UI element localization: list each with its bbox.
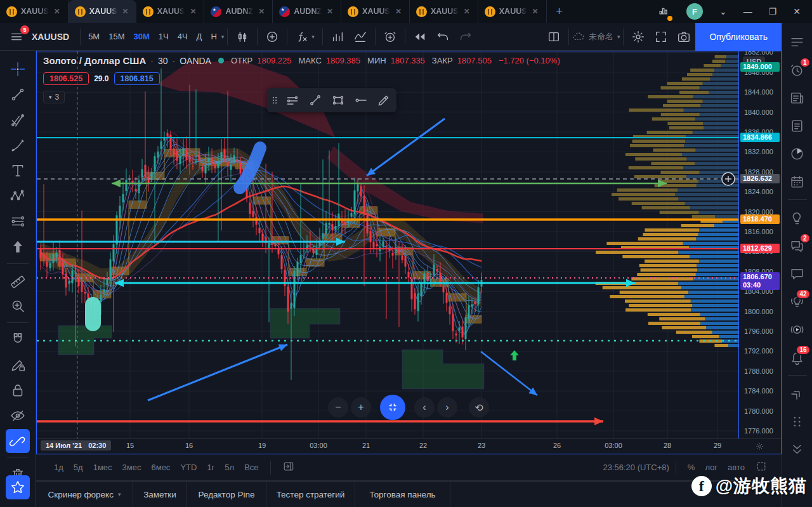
new-tab-button[interactable]: + [547,0,572,23]
chart-stats-icon[interactable] [657,4,670,19]
scroll-left-button[interactable]: ‹ [414,397,435,418]
bell-icon[interactable]: 16 [785,343,809,371]
window-tab-xauus-0[interactable]: XAUUS✕ [0,0,69,23]
favorites-star-button[interactable] [6,475,30,499]
layout-name[interactable]: 未命名▾ [572,30,620,43]
scroll-right-button[interactable]: › [437,397,457,418]
calendar-icon[interactable] [785,168,809,195]
close-tab-icon[interactable]: ✕ [325,7,334,16]
bottom-tab-скринер-форекс[interactable]: Скринер форекс▾ [36,482,133,507]
chart-pane[interactable]: Золото / Доллар США · 30 · OANDA ОТКР180… [36,51,782,454]
time-axis[interactable]: 14 Июл '2102:30 15161903:002122232603:00… [37,438,738,454]
close-tab-icon[interactable]: ✕ [462,7,471,16]
text-tool[interactable] [6,159,30,183]
zoom-in-button[interactable]: + [351,397,371,418]
alarmclock-icon[interactable]: 1 [785,56,809,84]
symbol-title[interactable]: Золото / Доллар США [43,55,146,66]
close-tab-icon[interactable]: ✕ [121,7,130,16]
window-tab-audnz-4[interactable]: AUDNZ✕ [273,0,341,23]
chart-properties-gear[interactable] [627,27,650,47]
alert-create-button[interactable] [379,27,402,47]
range-Все[interactable]: Все [239,463,263,472]
undo-button[interactable] [431,27,454,47]
comment-icon[interactable] [785,260,809,287]
trendline-tool[interactable] [6,82,30,107]
watchlist-icon[interactable] [785,28,809,56]
bulb-icon[interactable] [785,204,809,232]
range-6мес[interactable]: 6мес [146,463,175,472]
collapse-icon[interactable] [785,379,809,407]
drawing-parallel-button[interactable] [281,89,304,111]
range-1мес[interactable]: 1мес [88,463,117,472]
maximize-pane-icon[interactable] [750,460,773,475]
symbol-search[interactable]: XAUUSD [28,32,77,42]
minimize-button[interactable]: — [743,6,752,16]
close-tab-icon[interactable]: ✕ [394,7,403,16]
chevron-down-icon[interactable]: ⌄ [719,6,727,16]
range-5л[interactable]: 5л [219,463,239,472]
scale-toggle-авто[interactable]: авто [723,463,750,472]
brush-tool[interactable] [6,133,30,157]
screenshot-camera-button[interactable] [672,27,695,47]
price-scale[interactable]: USD 1852.0001848.0001844.0001840.0001836… [738,51,781,438]
notes-icon[interactable] [785,112,809,140]
timeframe-15M[interactable]: 15M [104,27,129,47]
object-tree-toggle[interactable]: ▾3 [43,91,65,103]
expanddown-icon[interactable] [785,435,809,463]
bar-replay-button[interactable] [409,27,431,47]
timeframe-5M[interactable]: 5M [84,27,104,47]
range-5д[interactable]: 5д [69,463,88,472]
publish-button[interactable]: Опубликовать [695,23,782,51]
layout-select-button[interactable] [542,27,565,47]
magnet-tool[interactable] [6,327,30,352]
timeframe-Н[interactable]: Н [206,27,221,47]
timeframe-30M[interactable]: 30M [129,27,154,47]
drawing-brush-button[interactable] [372,89,395,111]
open-panel-icon[interactable] [277,460,300,475]
window-tab-xauus-6[interactable]: XAUUS✕ [410,0,478,23]
xabcd-tool[interactable] [6,184,30,208]
timer-icon[interactable] [785,140,809,168]
time-axis-settings-gear[interactable] [738,438,781,454]
window-tab-audnz-3[interactable]: AUDNZ✕ [204,0,273,23]
fullscreen-button[interactable] [650,27,672,47]
window-tab-xauus-5[interactable]: XAUUS✕ [341,0,410,23]
crosshair-tool[interactable] [6,57,30,81]
compare-button[interactable] [261,27,284,47]
redo-button[interactable] [454,27,477,47]
sell-price-box[interactable]: 1806.525 [43,72,89,85]
window-tab-xauus-7[interactable]: XAUUS✕ [478,0,547,23]
timeframe-1Ч[interactable]: 1Ч [154,27,173,47]
arrowup-tool[interactable] [6,235,30,259]
drawing-ray-button[interactable] [350,89,372,111]
window-tab-xauus-1[interactable]: XAUUS✕ [69,0,136,23]
drawing-rect-button[interactable] [327,89,350,111]
bottom-tab-редактор-pine[interactable]: Редактор Pine [187,482,266,507]
link-tool[interactable] [6,429,30,453]
close-tab-icon[interactable]: ✕ [188,7,197,16]
chat2-icon[interactable]: 2 [785,232,809,260]
buy-price-box[interactable]: 1806.815 [114,72,160,85]
chart-legend[interactable]: Золото / Доллар США · 30 · OANDA ОТКР180… [43,55,563,66]
timeframe-Д[interactable]: Д [192,27,207,47]
timeframes-chevron-icon[interactable]: ▾ [221,34,225,40]
close-tab-icon[interactable]: ✕ [257,7,266,16]
hamburger-menu[interactable]: 5 [5,27,28,47]
bottom-tab-заметки[interactable]: Заметки [133,482,187,507]
livebulb-icon[interactable]: 42 [785,287,809,315]
forecast-tool[interactable] [6,209,30,234]
scale-toggle-лог[interactable]: лог [700,463,723,472]
reset-view-button[interactable] [380,395,405,420]
eyeoff-tool[interactable] [6,404,30,428]
range-YTD[interactable]: YTD [175,463,202,472]
bottom-tab-тестер-стратегий[interactable]: Тестер стратегий [266,482,355,507]
close-tab-icon[interactable]: ✕ [531,7,540,16]
scale-toggle-%[interactable]: % [683,463,700,472]
news-icon[interactable] [785,84,809,112]
candle-style-button[interactable] [231,27,254,47]
streams-icon[interactable] [785,315,809,343]
panelsdots-icon[interactable] [785,407,809,435]
timeframe-4Ч[interactable]: 4Ч [173,27,192,47]
lock-tool[interactable] [6,378,30,402]
editlock-tool[interactable] [6,353,30,377]
